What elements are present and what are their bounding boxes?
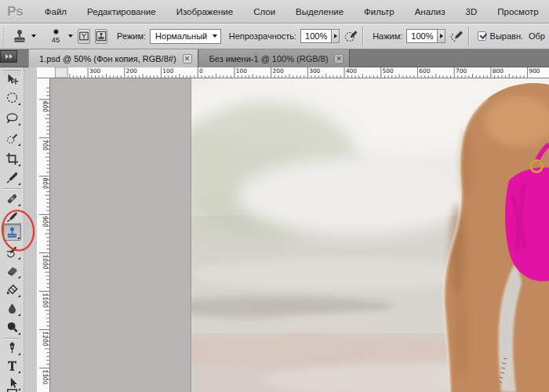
clone-stamp-tool[interactable]	[3, 223, 21, 241]
spot-healing-brush-icon	[5, 192, 19, 205]
tablet-pressure-opacity-icon[interactable]	[344, 29, 358, 43]
eyedropper-tool[interactable]	[3, 169, 21, 186]
ruler-corner	[55, 67, 67, 78]
panel-gap	[24, 67, 37, 392]
brush-preset-picker[interactable]: 45	[47, 29, 73, 44]
h-ruler-label: 800	[493, 67, 504, 74]
v-ruler-label: 1200	[42, 331, 49, 346]
tool-preset-picker[interactable]	[12, 28, 36, 44]
v-ruler-label: 1000	[42, 254, 49, 269]
photoshop-logo: Ps	[7, 4, 24, 20]
sample-label: Обр	[529, 31, 545, 41]
document-tab-2[interactable]: Без имени-1 @ 100% (RGB/8)✕	[198, 49, 351, 67]
stamp-panel-icon	[96, 31, 107, 42]
menu-item-file[interactable]: Файл	[35, 2, 77, 21]
crop-icon	[5, 152, 19, 165]
tool-group-separator	[3, 71, 21, 71]
mode-label: Режим:	[117, 31, 146, 41]
type-tool[interactable]	[3, 357, 21, 374]
pen-icon	[5, 341, 19, 354]
flyout-triangle-icon	[18, 295, 20, 297]
blur-tool[interactable]	[3, 299, 21, 317]
elliptical-marquee-tool[interactable]	[3, 89, 21, 106]
dodge-tool[interactable]	[3, 318, 21, 336]
menu-item-3d[interactable]: 3D	[456, 2, 488, 21]
canvas-area[interactable]	[50, 78, 549, 392]
crop-tool[interactable]	[3, 150, 21, 167]
h-ruler-label: 100	[162, 67, 173, 74]
quick-selection-icon	[5, 132, 19, 145]
spot-healing-brush-tool[interactable]	[3, 190, 21, 207]
arrow-right-icon	[440, 34, 443, 38]
v-ruler-label: 1300	[42, 369, 49, 384]
flyout-triangle-icon	[18, 204, 20, 206]
clone-source-panel-icon	[78, 31, 89, 42]
double-arrow-right-icon	[5, 54, 9, 59]
menu-item-edit[interactable]: Редактирование	[77, 2, 166, 21]
flow-spinner[interactable]	[438, 29, 445, 43]
menu-item-layers[interactable]: Слои	[243, 2, 285, 21]
aligned-label: Выравн.	[490, 31, 523, 41]
h-ruler-label: 200	[126, 67, 137, 74]
menu-item-view[interactable]: Просмотр	[487, 2, 549, 21]
elliptical-marquee-icon	[5, 91, 19, 104]
menu-item-select[interactable]: Выделение	[285, 2, 354, 21]
double-arrow-right-icon	[9, 54, 13, 59]
v-ruler-label: 1100	[42, 292, 49, 307]
pen-tool[interactable]	[3, 339, 21, 356]
move-tool[interactable]	[3, 71, 21, 88]
opacity-label: Непрозрачность:	[229, 31, 296, 41]
move-icon	[5, 73, 19, 86]
opacity-spinner[interactable]	[332, 29, 340, 43]
chevron-down-icon	[31, 34, 36, 38]
h-ruler-label: 200	[273, 67, 284, 74]
blur-icon	[5, 302, 19, 315]
toggle-brushes-panel-button[interactable]	[95, 29, 107, 44]
flow-input[interactable]	[406, 29, 438, 43]
tool-group-separator	[3, 338, 21, 339]
flyout-triangle-icon	[18, 183, 20, 185]
opacity-input[interactable]	[300, 29, 332, 43]
brush-tip-icon: 45	[47, 29, 64, 44]
tab-label: Без имени-1 @ 100% (RGB/8)	[209, 54, 329, 64]
h-ruler-label: 100	[236, 67, 247, 74]
menu-item-filter[interactable]: Фильтр	[354, 2, 405, 21]
vertical-ruler[interactable]: 6007008009001000110012001300	[37, 78, 50, 392]
lasso-icon	[5, 111, 19, 125]
eyedropper-icon	[5, 171, 19, 184]
h-ruler-label: 300	[309, 67, 320, 74]
options-grip[interactable]	[2, 26, 5, 46]
menu-item-analysis[interactable]: Анализ	[405, 2, 456, 21]
flyout-triangle-icon	[18, 314, 20, 316]
history-brush-tool[interactable]	[3, 243, 21, 260]
mode-select[interactable]: Нормальный	[150, 29, 221, 44]
lasso-tool[interactable]	[3, 109, 21, 126]
aligned-checkbox[interactable]	[478, 31, 485, 41]
h-ruler-label: 0	[199, 67, 203, 74]
eraser-tool[interactable]	[3, 262, 21, 279]
mode-value: Нормальный	[155, 31, 207, 41]
horizontal-ruler[interactable]: 3002001000100200300400500600700800900	[37, 67, 549, 78]
toggle-clone-source-panel-button[interactable]	[78, 29, 90, 44]
airbrush-icon[interactable]	[449, 29, 464, 43]
beach-photo[interactable]	[191, 78, 549, 392]
menu-bar: Ps ФайлРедактированиеИзображениеСлоиВыде…	[0, 0, 549, 24]
document-tab-1[interactable]: 1.psd @ 50% (Фон копия, RGB/8#)✕	[28, 49, 198, 67]
flyout-triangle-icon	[18, 257, 20, 260]
tool-options-bar: 45 Режим: Нормальный Непрозрачность:	[0, 24, 549, 49]
close-icon[interactable]: ✕	[183, 54, 192, 64]
quick-selection-tool[interactable]	[3, 129, 21, 147]
rectangle-shape-icon	[5, 387, 19, 392]
separator	[362, 27, 364, 45]
collapse-panels-button[interactable]	[0, 50, 17, 63]
photoshop-window: { "menu": { "logo": "Ps", "items": ["Фай…	[0, 0, 549, 392]
close-icon[interactable]: ✕	[334, 54, 344, 64]
flow-label: Нажим:	[373, 31, 402, 41]
menu-item-image[interactable]: Изображение	[166, 2, 243, 21]
flyout-triangle-icon	[17, 237, 20, 239]
h-ruler-label: 400	[346, 67, 357, 74]
flyout-triangle-icon	[18, 103, 20, 105]
v-ruler-label: 700	[42, 140, 49, 151]
paint-bucket-tool[interactable]	[3, 281, 21, 298]
rectangle-shape-tool[interactable]	[3, 385, 21, 392]
